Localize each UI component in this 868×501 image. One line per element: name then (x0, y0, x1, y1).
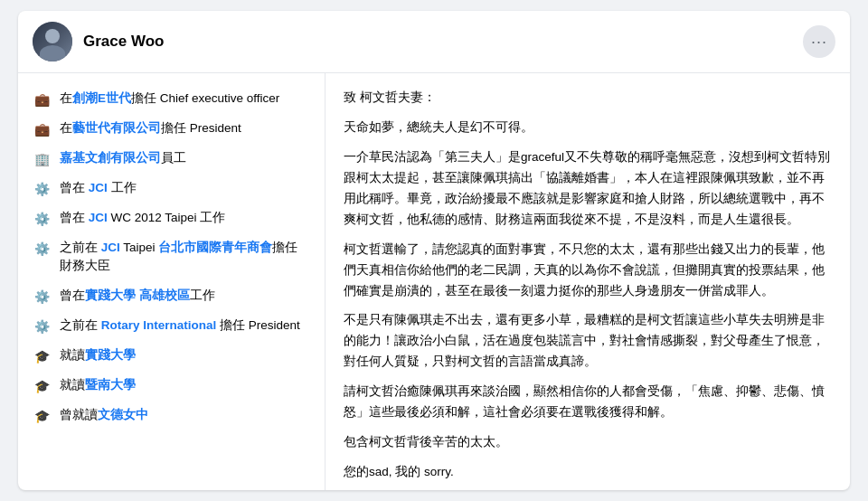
profile-item-text: 之前在 Rotary International 擔任 President (60, 317, 300, 335)
avatar (33, 22, 72, 61)
work-icon: ⚙️ (33, 210, 51, 228)
profile-item: ⚙️之前在 Rotary International 擔任 President (18, 311, 325, 341)
profile-item: ⚙️之前在 JCI Taipei 台北市國際青年商會擔任財務大臣 (18, 233, 325, 281)
profile-item-text: 在創潮E世代擔任 Chief executive officer (60, 90, 279, 108)
post-header: Grace Woo ··· (18, 11, 850, 73)
post-card: Grace Woo ··· 💼在創潮E世代擔任 Chief executive … (18, 11, 850, 490)
post-paragraph: 柯文哲選輸了，請您認真的面對事實，不只您的太太，還有那些出錢又出力的長輩，他們天… (344, 240, 832, 302)
profile-item: 💼在藝世代有限公司擔任 President (18, 114, 325, 144)
work-icon: ⚙️ (33, 240, 51, 258)
profile-item-text: 曾在實踐大學 高雄校區工作 (60, 287, 215, 305)
briefcase-icon: 💼 (33, 120, 51, 138)
post-paragraph: 請柯文哲治癒陳佩琪再來談治國，顯然相信你的人都會受傷，「焦慮、抑鬱、悲傷、憤怒」… (344, 382, 832, 423)
profile-item: ⚙️曾在 JCI WC 2012 Taipei 工作 (18, 203, 325, 233)
profile-item-text: 之前在 JCI Taipei 台北市國際青年商會擔任財務大臣 (60, 239, 310, 276)
profile-item: 🎓就讀實踐大學 (18, 341, 325, 371)
school-icon: 🎓 (33, 407, 51, 425)
work-icon: ⚙️ (33, 317, 51, 336)
school-icon: 🎓 (33, 377, 51, 395)
user-name: Grace Woo (83, 33, 803, 51)
profile-panel: 💼在創潮E世代擔任 Chief executive officer💼在藝世代有限… (18, 73, 326, 490)
post-salutation: 致 柯文哲夫妻： (344, 88, 832, 109)
post-content: 💼在創潮E世代擔任 Chief executive officer💼在藝世代有限… (18, 73, 850, 490)
work-icon: ⚙️ (33, 180, 51, 198)
post-paragraph: 一介草民沽認為「第三夫人」是graceful又不失尊敬的稱呼毫無惡意，沒想到柯文… (344, 147, 832, 231)
profile-item: 🎓曾就讀文德女中 (18, 401, 325, 430)
work-icon: ⚙️ (33, 288, 51, 306)
profile-item-text: 在藝世代有限公司擔任 President (60, 119, 241, 137)
post-paragraph: 包含柯文哲背後辛苦的太太。 (344, 432, 832, 453)
profile-item-text: 嘉基文創有限公司員工 (60, 149, 186, 167)
post-paragraph: 不是只有陳佩琪走不出去，還有更多小草，最糟糕的是柯文哲讓這些小草失去明辨是非的能… (344, 310, 832, 373)
profile-item: ⚙️曾在實踐大學 高雄校區工作 (18, 281, 325, 311)
school-icon: 🎓 (33, 347, 51, 365)
more-options-button[interactable]: ··· (803, 25, 835, 58)
profile-item: ⚙️曾在 JCI 工作 (18, 174, 325, 203)
post-paragraph: 天命如夢，總統夫人是幻不可得。 (344, 118, 832, 138)
post-paragraph: 您的sad, 我的 sorry. (344, 462, 832, 483)
profile-item: 🏢嘉基文創有限公司員工 (18, 144, 325, 174)
profile-item-text: 曾就讀文德女中 (60, 406, 148, 424)
profile-item-text: 曾在 JCI 工作 (60, 179, 137, 197)
profile-item-text: 就讀暨南大學 (60, 376, 136, 394)
profile-item-text: 就讀實踐大學 (60, 346, 136, 364)
building-icon: 🏢 (33, 150, 51, 168)
post-text-panel: 致 柯文哲夫妻：天命如夢，總統夫人是幻不可得。一介草民沽認為「第三夫人」是gra… (326, 73, 850, 490)
briefcase-icon: 💼 (33, 90, 51, 109)
profile-item: 💼在創潮E世代擔任 Chief executive officer (18, 84, 325, 114)
profile-item-text: 曾在 JCI WC 2012 Taipei 工作 (60, 209, 225, 227)
profile-item: 🎓就讀暨南大學 (18, 371, 325, 401)
